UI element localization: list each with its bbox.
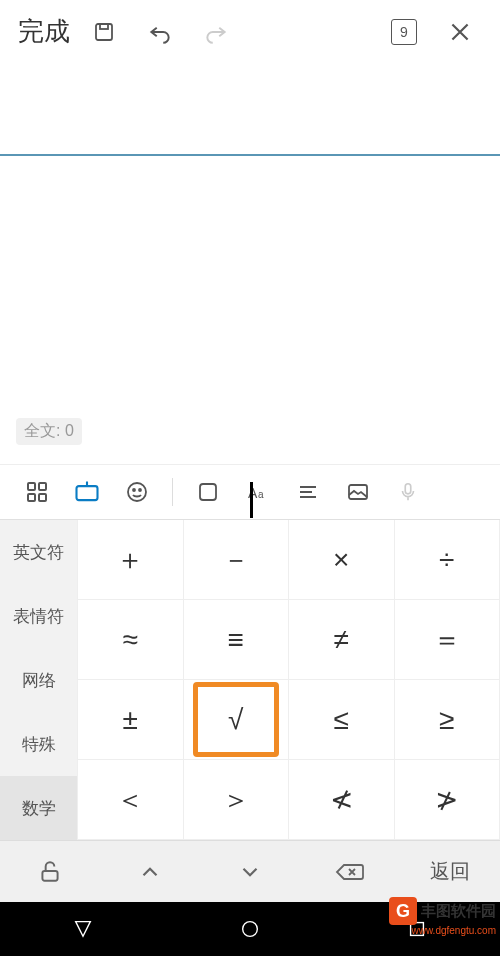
svg-rect-2	[28, 483, 35, 490]
backspace-icon[interactable]	[300, 859, 400, 885]
symbol-key[interactable]: ≮	[289, 760, 395, 840]
svg-rect-15	[42, 870, 57, 880]
watermark-text: 丰图软件园	[421, 902, 496, 921]
svg-rect-1	[100, 24, 108, 29]
symbol-grid: ＋－×÷≈≡≠＝±√≤≥＜＞≮≯	[78, 520, 500, 840]
lock-icon[interactable]	[0, 859, 100, 885]
category-item[interactable]: 特殊	[0, 712, 77, 776]
symbol-key[interactable]: ±	[78, 680, 184, 760]
watermark-url: www.dgfengtu.com	[412, 925, 497, 936]
keyboard-bottom-bar: 返回	[0, 840, 500, 902]
svg-rect-3	[39, 483, 46, 490]
category-item[interactable]: 英文符	[0, 520, 77, 584]
nav-home-icon[interactable]	[230, 909, 270, 949]
page-count-button[interactable]: 9	[380, 8, 428, 56]
page-count-badge: 9	[391, 19, 417, 45]
top-toolbar: 完成 9	[0, 0, 500, 64]
symbol-key[interactable]: ＜	[78, 760, 184, 840]
category-column: 英文符表情符网络特殊数学	[0, 520, 78, 840]
highlight-box	[193, 682, 280, 757]
symbol-key[interactable]: ≈	[78, 600, 184, 680]
text-cursor	[250, 482, 253, 518]
svg-rect-5	[39, 494, 46, 501]
symbol-key[interactable]: ÷	[395, 520, 501, 600]
category-item[interactable]: 数学	[0, 776, 77, 840]
redo-icon	[192, 8, 240, 56]
fullscreen-icon[interactable]	[187, 471, 229, 513]
image-icon[interactable]	[337, 471, 379, 513]
symbol-key[interactable]: ≠	[289, 600, 395, 680]
svg-rect-4	[28, 494, 35, 501]
symbol-key[interactable]: ≯	[395, 760, 501, 840]
symbol-key[interactable]: ≡	[184, 600, 290, 680]
close-icon[interactable]	[436, 8, 484, 56]
editor-content[interactable]: 全文: 0	[0, 64, 500, 464]
svg-rect-10	[200, 484, 216, 500]
svg-point-16	[243, 922, 258, 937]
save-icon[interactable]	[80, 8, 128, 56]
align-icon[interactable]	[287, 471, 329, 513]
symbol-key[interactable]: －	[184, 520, 290, 600]
svg-rect-14	[405, 484, 411, 494]
apps-icon[interactable]	[16, 471, 58, 513]
caret-up-icon[interactable]	[100, 859, 200, 885]
symbol-key[interactable]: ＞	[184, 760, 290, 840]
symbol-key[interactable]: ＋	[78, 520, 184, 600]
symbol-keyboard: 英文符表情符网络特殊数学 ＋－×÷≈≡≠＝±√≤≥＜＞≮≯	[0, 520, 500, 840]
svg-text:a: a	[258, 489, 264, 500]
svg-rect-0	[96, 24, 112, 40]
svg-point-7	[128, 483, 146, 501]
font-icon[interactable]: Aa	[237, 471, 279, 513]
mic-icon[interactable]	[387, 471, 429, 513]
watermark-logo: G	[389, 897, 417, 925]
svg-point-8	[133, 489, 135, 491]
nav-back-icon[interactable]	[63, 909, 103, 949]
return-button[interactable]: 返回	[400, 858, 500, 885]
word-count-badge: 全文: 0	[16, 418, 82, 445]
svg-point-9	[139, 489, 141, 491]
caret-down-icon[interactable]	[200, 859, 300, 885]
done-button[interactable]: 完成	[12, 10, 76, 53]
symbol-key[interactable]: √	[184, 680, 290, 760]
category-item[interactable]: 网络	[0, 648, 77, 712]
symbol-key[interactable]: ×	[289, 520, 395, 600]
symbol-key[interactable]: ＝	[395, 600, 501, 680]
svg-rect-6	[77, 486, 98, 500]
undo-icon[interactable]	[136, 8, 184, 56]
emoji-icon[interactable]	[116, 471, 158, 513]
symbol-key[interactable]: ≥	[395, 680, 501, 760]
category-item[interactable]: 表情符	[0, 584, 77, 648]
keyboard-icon[interactable]	[66, 471, 108, 513]
watermark: G 丰图软件园 www.dgfengtu.com	[389, 897, 496, 936]
symbol-key[interactable]: ≤	[289, 680, 395, 760]
